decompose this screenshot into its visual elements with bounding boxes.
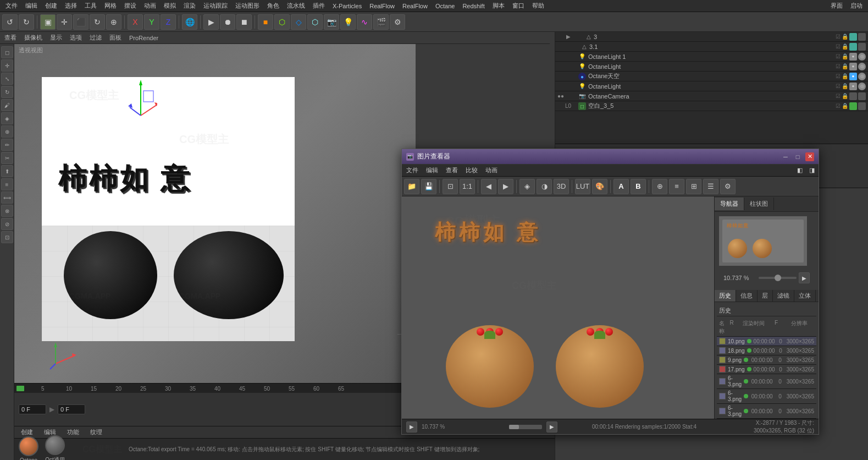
menu-pose[interactable]: 摆设 <box>121 1 140 11</box>
scale-btn[interactable]: ⬛ <box>73 14 89 30</box>
yaxis-btn[interactable]: Y <box>144 14 159 30</box>
spline-btn[interactable]: ∿ <box>357 14 372 30</box>
menu-octane[interactable]: Octane <box>432 2 458 10</box>
iv-subtab-layer[interactable]: 层 <box>758 290 773 302</box>
rotate-btn[interactable]: ↻ <box>90 14 105 30</box>
btab-func[interactable]: 功能 <box>65 427 81 437</box>
menu-char[interactable]: 角色 <box>264 1 283 11</box>
sb-mirror[interactable]: ⟺ <box>1 191 13 204</box>
zoom-slider[interactable] <box>759 277 797 279</box>
menu-window[interactable]: 窗口 <box>509 1 528 11</box>
world-btn[interactable]: 🌐 <box>182 14 197 30</box>
undo-btn[interactable]: ↺ <box>2 14 18 30</box>
iv-a-btn[interactable]: A <box>613 179 629 194</box>
nurbs-btn[interactable]: ⬡ <box>274 14 290 30</box>
iv-subtab-history[interactable]: 历史 <box>715 290 736 302</box>
renderq-btn[interactable]: ⚙ <box>390 14 405 30</box>
menu-plugin[interactable]: 插件 <box>309 1 328 11</box>
main-viewport[interactable]: 柿柿如 意 <box>14 44 416 383</box>
menu-anim[interactable]: 动画 <box>141 1 159 11</box>
history-row-4[interactable]: 6-3.png 00:00:00 0 3000×3265 <box>717 374 816 389</box>
transform-btn[interactable]: ⊕ <box>106 14 121 30</box>
menu-sim[interactable]: 模拟 <box>161 1 179 11</box>
history-row-1[interactable]: 18.png 00:00:00 0 3000×3265 <box>717 346 816 355</box>
iv-extra2-btn[interactable]: ≡ <box>669 179 684 194</box>
scene-item-null[interactable]: L0 □ 空白_3_5 ☑ 🔒 <box>555 101 868 111</box>
menu-launch[interactable]: 启动 <box>847 1 866 11</box>
frame-current-input[interactable] <box>58 404 85 414</box>
iv-prev-btn[interactable]: ◀ <box>481 179 496 194</box>
vt-view[interactable]: 查看 <box>2 33 19 42</box>
history-row-0[interactable]: 10.png 00:00:00 0 3000×3265 <box>717 337 816 346</box>
iv-dock-btn2[interactable]: ◨ <box>808 166 816 175</box>
vt-display[interactable]: 显示 <box>48 33 64 42</box>
iv-compare-btn[interactable]: ◑ <box>537 179 552 194</box>
iv-content[interactable]: CG模型主 CG模型主 柿柿如 意 <box>402 196 715 419</box>
sb-rotate[interactable]: ↻ <box>1 86 13 98</box>
menu-render[interactable]: 渲染 <box>180 1 199 11</box>
iv-extra1-btn[interactable]: ⊕ <box>652 179 667 194</box>
vt-panel[interactable]: 面板 <box>107 33 124 42</box>
mat-generic-ball[interactable] <box>45 435 65 455</box>
mat-octane-ball[interactable] <box>19 436 38 456</box>
zaxis-btn[interactable]: Z <box>161 14 176 30</box>
iv-minimize-btn[interactable]: ─ <box>781 152 790 161</box>
sb-sculpt[interactable]: ◈ <box>1 112 13 124</box>
iv-subtab-stereo[interactable]: 立体 <box>794 290 816 302</box>
menu-help[interactable]: 帮助 <box>529 1 548 11</box>
iv-menu-compare[interactable]: 比较 <box>463 165 480 176</box>
iv-zoom-play-btn[interactable]: ▶ <box>799 272 810 283</box>
menu-xp[interactable]: X-Particles <box>329 2 365 10</box>
menu-tools[interactable]: 工具 <box>81 1 100 11</box>
sb-scale[interactable]: ⤡ <box>1 73 13 85</box>
sb-bridge[interactable]: ≡ <box>1 178 13 190</box>
sb-edit[interactable]: ✏ <box>1 139 13 151</box>
menu-rf1[interactable]: RealFlow <box>366 2 398 10</box>
sb-extrude[interactable]: ⬆ <box>1 165 13 177</box>
iv-menu-view[interactable]: 查看 <box>444 165 460 176</box>
iv-dock-btn1[interactable]: ◧ <box>795 166 804 175</box>
cam-btn[interactable]: 📷 <box>324 14 339 30</box>
menu-pipeline[interactable]: 流水线 <box>284 1 308 11</box>
iv-menu-anim[interactable]: 动画 <box>483 165 500 176</box>
iv-status-play2-btn[interactable]: ▶ <box>546 421 557 432</box>
iv-maximize-btn[interactable]: □ <box>793 152 802 161</box>
iv-zoom-1-btn[interactable]: 1:1 <box>460 179 475 194</box>
scene-item-3[interactable]: ▶ △ 3 ☑ 🔒 <box>555 32 868 42</box>
iv-channels-btn[interactable]: ◈ <box>519 179 535 194</box>
iv-image-area[interactable]: CG模型主 CG模型主 柿柿如 意 <box>402 196 715 419</box>
anim-stop-btn[interactable]: ⏹ <box>236 14 252 30</box>
iv-color-btn[interactable]: 🎨 <box>592 179 607 194</box>
iv-extra3-btn[interactable]: ⊞ <box>686 179 701 194</box>
iv-b-btn[interactable]: B <box>631 179 646 194</box>
light-btn[interactable]: 💡 <box>340 14 356 30</box>
deform-btn[interactable]: ◇ <box>291 14 306 30</box>
render-btn[interactable]: 🎬 <box>373 14 389 30</box>
scene-list[interactable]: ▶ L0 文 文本 ☑ 🔒 ▼ ◈ 细分曲面 1 ☑ 🔒 <box>555 12 868 144</box>
select-rect-btn[interactable]: ▣ <box>40 14 56 30</box>
history-row-2[interactable]: 9.png 00:00:00 0 3000×3265 <box>717 355 816 365</box>
xaxis-btn[interactable]: X <box>128 14 143 30</box>
iv-menu-edit[interactable]: 编辑 <box>424 165 440 176</box>
iv-menu-file[interactable]: 文件 <box>404 165 421 176</box>
sb-split[interactable]: ⊘ <box>1 218 13 230</box>
iv-3d-btn[interactable]: 3D <box>554 179 569 194</box>
vt-cam[interactable]: 摄像机 <box>22 33 45 42</box>
redo-btn[interactable]: ↻ <box>19 14 34 30</box>
cube-btn[interactable]: ■ <box>258 14 273 30</box>
sb-snap[interactable]: ⊕ <box>1 125 13 138</box>
vt-filter[interactable]: 过滤 <box>87 33 104 42</box>
iv-extra4-btn[interactable]: ☰ <box>703 179 718 194</box>
anim-play-btn[interactable]: ▶ <box>203 14 219 30</box>
sb-knife[interactable]: ✂ <box>1 152 13 164</box>
anim-record-btn[interactable]: ⏺ <box>220 14 235 30</box>
iv-next-btn[interactable]: ▶ <box>498 179 513 194</box>
menu-mesh[interactable]: 网格 <box>101 1 120 11</box>
menu-edit[interactable]: 编辑 <box>22 1 41 11</box>
sb-loop[interactable]: ⊡ <box>1 231 13 243</box>
iv-lut-btn[interactable]: LUT <box>575 179 590 194</box>
menu-mograph[interactable]: 运动图形 <box>232 1 263 11</box>
vt-prorender[interactable]: ProRender <box>127 34 161 42</box>
iv-close-btn[interactable]: ✕ <box>805 152 814 161</box>
menu-mocap[interactable]: 运动跟踪 <box>200 1 231 11</box>
